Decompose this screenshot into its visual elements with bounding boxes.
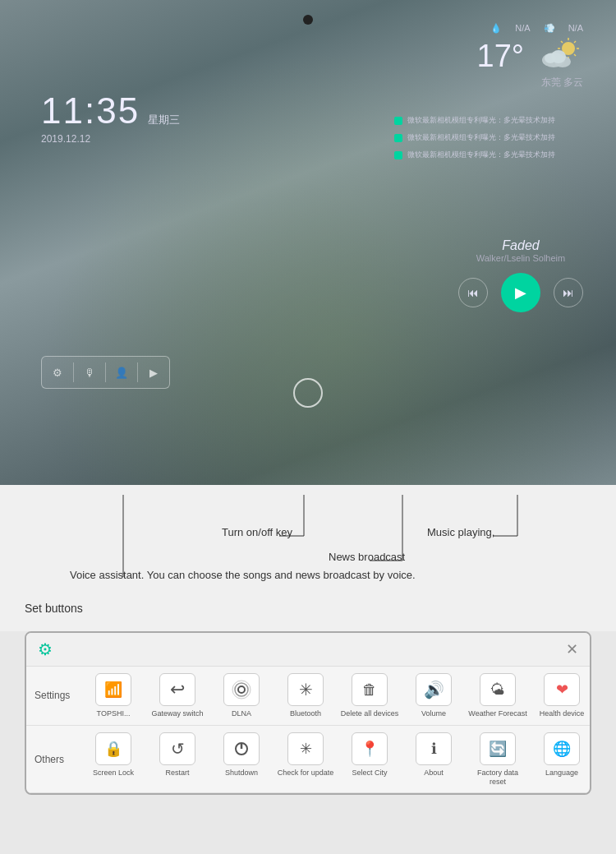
settings-row-settings: Settings 📶 TOPSHI... ↩ Gateway switch DL… <box>26 667 590 726</box>
settings-items-row2: 🔒 Screen Lock ↺ Restart Shutdown ✳ Check… <box>84 732 591 787</box>
setting-about[interactable]: ℹ About <box>404 732 463 787</box>
dlna-icon <box>223 673 260 706</box>
camera-dot <box>303 15 313 25</box>
setting-health[interactable]: ❤ Health device <box>532 673 591 718</box>
next-button[interactable]: ⏭ <box>554 278 583 307</box>
setting-screen-lock[interactable]: 🔒 Screen Lock <box>84 732 143 787</box>
check-update-label: Check for update <box>278 769 334 778</box>
set-buttons-label: Set buttons <box>25 602 591 615</box>
news-dot-2 <box>394 134 402 142</box>
screen-lock-label: Screen Lock <box>93 769 134 778</box>
ann-turn-on-off: Turn on/off key <box>222 526 292 538</box>
humidity-icon: 💧 <box>490 23 502 34</box>
control-bar: ⚙ 🎙 👤 ▶ <box>41 356 170 389</box>
shutdown-label: Shutdown <box>225 769 258 778</box>
setting-volume[interactable]: 🔊 Volume <box>404 673 463 718</box>
prev-button[interactable]: ⏮ <box>458 278 488 307</box>
about-label: About <box>424 769 444 778</box>
settings-row-others: Others 🔒 Screen Lock ↺ Restart Shutdown … <box>26 726 590 794</box>
restart-label: Restart <box>165 769 189 778</box>
weekday-display: 星期三 <box>148 113 180 127</box>
time-panel: 11:35 星期三 2019.12.12 <box>41 90 180 145</box>
news-item-3: 微软最新相机模组专利曝光：多光晕技术加持 <box>394 150 583 160</box>
humidity-value: N/A <box>515 23 530 34</box>
news-dot-1 <box>394 117 402 125</box>
settings-header: ⚙ ✕ <box>26 633 590 667</box>
settings-row-label: Settings <box>34 690 84 701</box>
news-item-1: 微软最新相机模组专利曝光：多光晕技术加持 <box>394 115 583 126</box>
restart-icon: ↺ <box>159 732 195 765</box>
svg-line-6 <box>574 54 576 56</box>
select-city-icon: 📍 <box>352 732 388 765</box>
select-city-label: Select City <box>352 769 387 778</box>
bluetooth-icon: ✳ <box>287 673 324 706</box>
power-button[interactable] <box>293 378 323 408</box>
weather-icon: 🌤 <box>480 673 516 706</box>
weather-panel: 💧 N/A 💨 N/A 17° <box>477 23 583 90</box>
volume-icon: 🔊 <box>416 673 452 706</box>
gateway-label: Gateway switch <box>151 709 203 718</box>
setting-delete-all[interactable]: 🗑 Delete all devices <box>340 673 399 718</box>
weather-location: 东莞 多云 <box>477 76 583 90</box>
about-icon: ℹ <box>416 732 452 765</box>
screen-lock-icon: 🔒 <box>95 732 131 765</box>
language-icon: 🌐 <box>544 732 580 765</box>
settings-panel: ⚙ ✕ Settings 📶 TOPSHI... ↩ Gateway switc… <box>25 631 591 795</box>
wind-icon: 💨 <box>544 23 555 34</box>
check-update-icon: ✳ <box>287 732 324 765</box>
topshi-label: TOPSHI... <box>97 709 131 718</box>
ann-voice-assistant: Voice assistant. You can choose the song… <box>70 569 416 581</box>
svg-line-7 <box>574 41 576 43</box>
factory-reset-label: Factory data reset <box>468 769 527 787</box>
music-controls: ⏮ ▶ ⏭ <box>458 273 583 312</box>
ann-news-broadcast: News broadcast <box>329 551 405 563</box>
ann-music-playing: Music playing, <box>427 526 494 538</box>
news-dot-3 <box>394 151 402 159</box>
others-row-label: Others <box>34 754 84 765</box>
wind-value: N/A <box>568 23 583 34</box>
setting-language[interactable]: 🌐 Language <box>532 732 591 787</box>
settings-items-row1: 📶 TOPSHI... ↩ Gateway switch DLNA ✳ Blue… <box>84 673 591 718</box>
annotation-area: Turn on/off key News broadcast Music pla… <box>0 485 616 631</box>
factory-reset-icon: 🔄 <box>480 732 516 765</box>
music-artist: Walker/Lselin Solheim <box>458 253 583 263</box>
person-ctrl-button[interactable]: 👤 <box>109 360 134 385</box>
settings-ctrl-button[interactable]: ⚙ <box>45 360 70 385</box>
setting-gateway[interactable]: ↩ Gateway switch <box>148 673 207 718</box>
news-text-3: 微软最新相机模组专利曝光：多光晕技术加持 <box>407 150 555 160</box>
settings-gear-icon: ⚙ <box>38 639 53 659</box>
annotation-lines: Turn on/off key News broadcast Music pla… <box>25 495 591 602</box>
setting-weather[interactable]: 🌤 Weather Forecast <box>468 673 527 718</box>
gateway-icon: ↩ <box>159 673 195 706</box>
health-icon: ❤ <box>544 673 580 706</box>
dlna-label: DLNA <box>232 709 251 718</box>
news-item-2: 微软最新相机模组专利曝光：多光晕技术加持 <box>394 132 583 143</box>
settings-close-button[interactable]: ✕ <box>566 640 578 658</box>
play-button[interactable]: ▶ <box>501 273 540 312</box>
health-label: Health device <box>540 709 585 718</box>
setting-select-city[interactable]: 📍 Select City <box>340 732 399 787</box>
music-title: Faded <box>458 238 583 253</box>
bluetooth-label: Bluetooth <box>290 709 321 718</box>
setting-dlna[interactable]: DLNA <box>212 673 271 718</box>
mirror-screen: 💧 N/A 💨 N/A 17° <box>0 0 616 485</box>
setting-bluetooth[interactable]: ✳ Bluetooth <box>276 673 335 718</box>
setting-factory-reset[interactable]: 🔄 Factory data reset <box>468 732 527 787</box>
svg-point-20 <box>238 686 245 693</box>
temperature-display: 17° <box>477 40 524 72</box>
setting-shutdown[interactable]: Shutdown <box>212 732 271 787</box>
setting-check-update[interactable]: ✳ Check for update <box>276 732 335 787</box>
annotation-svg <box>25 495 591 602</box>
delete-all-icon: 🗑 <box>352 673 388 706</box>
setting-restart[interactable]: ↺ Restart <box>148 732 207 787</box>
language-label: Language <box>545 769 578 778</box>
news-panel: 微软最新相机模组专利曝光：多光晕技术加持 微软最新相机模组专利曝光：多光晕技术加… <box>394 115 583 167</box>
date-display: 2019.12.12 <box>41 133 180 145</box>
news-text-1: 微软最新相机模组专利曝光：多光晕技术加持 <box>407 115 555 126</box>
mic-ctrl-button[interactable]: 🎙 <box>77 360 102 385</box>
shutdown-icon <box>223 732 260 765</box>
time-display: 11:35 <box>41 90 140 132</box>
play-ctrl-button[interactable]: ▶ <box>141 360 166 385</box>
setting-topshi[interactable]: 📶 TOPSHI... <box>84 673 143 718</box>
svg-point-12 <box>545 53 556 63</box>
